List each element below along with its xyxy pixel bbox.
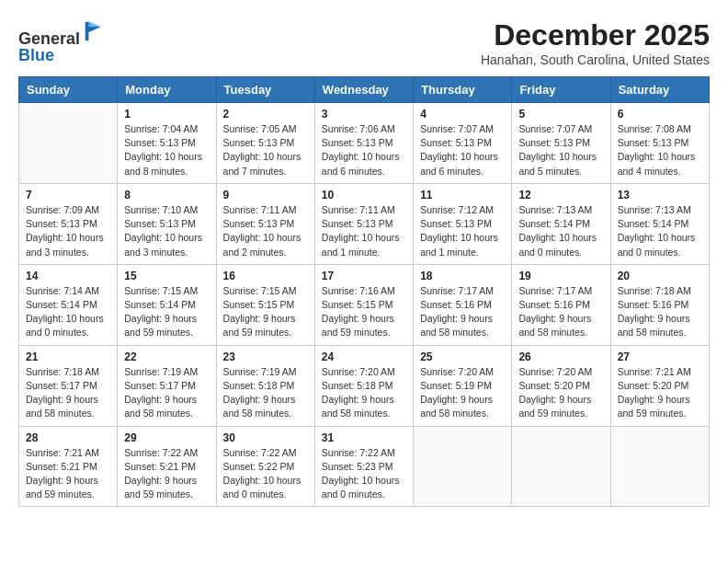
day-info: Sunrise: 7:16 AM Sunset: 5:15 PM Dayligh… [322,284,406,340]
day-number: 6 [618,108,702,121]
calendar-cell: 23Sunrise: 7:19 AM Sunset: 5:18 PM Dayli… [216,345,314,426]
day-number: 12 [518,189,603,201]
day-of-week-header: Tuesday [216,77,314,103]
main-title: December 2025 [481,18,710,52]
day-info: Sunrise: 7:22 AM Sunset: 5:22 PM Dayligh… [223,446,308,502]
title-block: December 2025 Hanahan, South Carolina, U… [481,18,710,67]
logo: General Blue [18,18,108,65]
day-info: Sunrise: 7:07 AM Sunset: 5:13 PM Dayligh… [420,122,505,178]
calendar-cell: 22Sunrise: 7:19 AM Sunset: 5:17 PM Dayli… [118,345,216,426]
day-info: Sunrise: 7:21 AM Sunset: 5:20 PM Dayligh… [618,365,702,421]
day-number: 29 [124,431,209,444]
day-info: Sunrise: 7:14 AM Sunset: 5:14 PM Dayligh… [26,284,110,340]
day-info: Sunrise: 7:11 AM Sunset: 5:13 PM Dayligh… [322,203,406,259]
calendar-cell: 10Sunrise: 7:11 AM Sunset: 5:13 PM Dayli… [314,183,413,264]
day-info: Sunrise: 7:15 AM Sunset: 5:15 PM Dayligh… [223,284,308,340]
calendar-cell: 13Sunrise: 7:13 AM Sunset: 5:14 PM Dayli… [610,183,709,264]
day-number: 18 [420,270,505,282]
calendar-cell: 14Sunrise: 7:14 AM Sunset: 5:14 PM Dayli… [19,264,118,345]
day-info: Sunrise: 7:05 AM Sunset: 5:13 PM Dayligh… [223,122,308,178]
calendar-cell: 15Sunrise: 7:15 AM Sunset: 5:14 PM Dayli… [118,264,216,345]
calendar-week-row: 14Sunrise: 7:14 AM Sunset: 5:14 PM Dayli… [19,264,710,345]
calendar-week-row: 1Sunrise: 7:04 AM Sunset: 5:13 PM Daylig… [19,103,710,184]
day-number: 3 [322,108,406,121]
day-info: Sunrise: 7:20 AM Sunset: 5:20 PM Dayligh… [518,365,603,421]
calendar-cell: 1Sunrise: 7:04 AM Sunset: 5:13 PM Daylig… [118,103,216,184]
calendar-cell: 6Sunrise: 7:08 AM Sunset: 5:13 PM Daylig… [610,103,709,184]
day-info: Sunrise: 7:13 AM Sunset: 5:14 PM Dayligh… [618,203,702,259]
day-number: 23 [223,350,308,363]
day-info: Sunrise: 7:20 AM Sunset: 5:19 PM Dayligh… [420,365,505,421]
calendar-cell: 30Sunrise: 7:22 AM Sunset: 5:22 PM Dayli… [216,426,314,507]
calendar-cell: 18Sunrise: 7:17 AM Sunset: 5:16 PM Dayli… [414,264,512,345]
calendar-header-row: SundayMondayTuesdayWednesdayThursdayFrid… [19,77,710,103]
day-of-week-header: Saturday [610,77,709,103]
calendar-cell [512,426,610,507]
calendar-cell [414,426,512,507]
calendar-cell: 16Sunrise: 7:15 AM Sunset: 5:15 PM Dayli… [216,264,314,345]
day-number: 19 [518,270,603,282]
subtitle: Hanahan, South Carolina, United States [481,52,710,67]
day-number: 30 [223,431,308,444]
day-info: Sunrise: 7:22 AM Sunset: 5:23 PM Dayligh… [322,446,406,502]
calendar-cell: 19Sunrise: 7:17 AM Sunset: 5:16 PM Dayli… [512,264,610,345]
day-info: Sunrise: 7:20 AM Sunset: 5:18 PM Dayligh… [322,365,406,421]
day-number: 26 [518,350,603,363]
calendar-cell: 20Sunrise: 7:18 AM Sunset: 5:16 PM Dayli… [610,264,709,345]
day-info: Sunrise: 7:09 AM Sunset: 5:13 PM Dayligh… [26,203,110,259]
day-of-week-header: Wednesday [314,77,413,103]
calendar-cell: 28Sunrise: 7:21 AM Sunset: 5:21 PM Dayli… [19,426,118,507]
day-info: Sunrise: 7:21 AM Sunset: 5:21 PM Dayligh… [26,446,110,502]
calendar-week-row: 28Sunrise: 7:21 AM Sunset: 5:21 PM Dayli… [19,426,710,507]
calendar-cell: 2Sunrise: 7:05 AM Sunset: 5:13 PM Daylig… [216,103,314,184]
page-header: General Blue December 2025 Hanahan, Sout… [18,18,710,67]
calendar-cell: 8Sunrise: 7:10 AM Sunset: 5:13 PM Daylig… [118,183,216,264]
calendar-table: SundayMondayTuesdayWednesdayThursdayFrid… [18,76,710,507]
day-number: 27 [618,350,702,363]
day-info: Sunrise: 7:17 AM Sunset: 5:16 PM Dayligh… [518,284,603,340]
day-info: Sunrise: 7:15 AM Sunset: 5:14 PM Dayligh… [124,284,209,340]
day-number: 8 [124,189,209,201]
day-number: 2 [223,108,308,121]
day-info: Sunrise: 7:22 AM Sunset: 5:21 PM Dayligh… [124,446,209,502]
day-number: 11 [420,189,505,201]
day-info: Sunrise: 7:07 AM Sunset: 5:13 PM Dayligh… [518,122,603,178]
calendar-cell: 17Sunrise: 7:16 AM Sunset: 5:15 PM Dayli… [314,264,413,345]
calendar-cell: 9Sunrise: 7:11 AM Sunset: 5:13 PM Daylig… [216,183,314,264]
calendar-cell: 11Sunrise: 7:12 AM Sunset: 5:13 PM Dayli… [414,183,512,264]
day-number: 24 [322,350,406,363]
day-number: 7 [26,189,110,201]
day-number: 14 [26,270,110,282]
day-info: Sunrise: 7:12 AM Sunset: 5:13 PM Dayligh… [420,203,505,259]
day-info: Sunrise: 7:18 AM Sunset: 5:16 PM Dayligh… [618,284,702,340]
day-info: Sunrise: 7:17 AM Sunset: 5:16 PM Dayligh… [420,284,505,340]
day-info: Sunrise: 7:11 AM Sunset: 5:13 PM Dayligh… [223,203,308,259]
day-info: Sunrise: 7:13 AM Sunset: 5:14 PM Dayligh… [518,203,603,259]
calendar-cell: 24Sunrise: 7:20 AM Sunset: 5:18 PM Dayli… [314,345,413,426]
day-number: 4 [420,108,505,121]
calendar-cell: 4Sunrise: 7:07 AM Sunset: 5:13 PM Daylig… [414,103,512,184]
calendar-cell: 25Sunrise: 7:20 AM Sunset: 5:19 PM Dayli… [414,345,512,426]
day-number: 31 [322,431,406,444]
day-number: 20 [618,270,702,282]
calendar-week-row: 21Sunrise: 7:18 AM Sunset: 5:17 PM Dayli… [19,345,710,426]
day-number: 21 [26,350,110,363]
day-number: 9 [223,189,308,201]
calendar-week-row: 7Sunrise: 7:09 AM Sunset: 5:13 PM Daylig… [19,183,710,264]
day-number: 16 [223,270,308,282]
calendar-cell: 5Sunrise: 7:07 AM Sunset: 5:13 PM Daylig… [512,103,610,184]
day-of-week-header: Friday [512,77,610,103]
logo-blue: Blue [18,46,54,64]
logo-flag-icon [82,18,108,44]
day-info: Sunrise: 7:08 AM Sunset: 5:13 PM Dayligh… [618,122,702,178]
day-number: 17 [322,270,406,282]
day-number: 22 [124,350,209,363]
calendar-cell [610,426,709,507]
calendar-cell [19,103,118,184]
day-number: 28 [26,431,110,444]
svg-marker-1 [89,22,101,28]
day-of-week-header: Sunday [19,77,118,103]
day-info: Sunrise: 7:04 AM Sunset: 5:13 PM Dayligh… [124,122,209,178]
day-info: Sunrise: 7:06 AM Sunset: 5:13 PM Dayligh… [322,122,406,178]
day-info: Sunrise: 7:19 AM Sunset: 5:18 PM Dayligh… [223,365,308,421]
